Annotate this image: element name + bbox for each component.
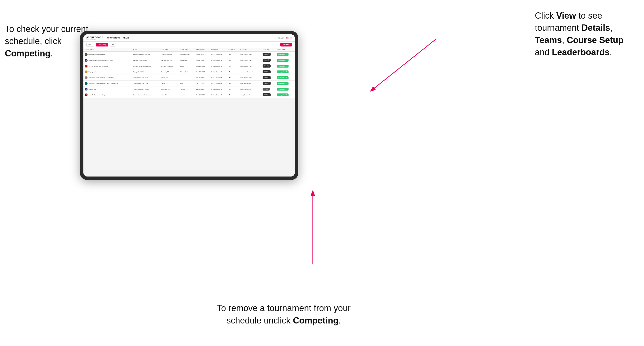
actions-cell: View ⓘ [262, 57, 276, 63]
start-date-cell: Oct 9, 2023 [195, 75, 210, 81]
hosted-by-cell: Hawaii [179, 92, 195, 98]
filter-bar: Ho... Competing All + Create [84, 42, 295, 48]
table-row: J Jackson T. Stephens Cup – Men's Match … [84, 81, 295, 86]
view-button[interactable]: View ⓘ [262, 76, 270, 79]
view-button[interactable]: View ⓘ [262, 64, 270, 68]
competing-badge[interactable]: Competing ✓ [277, 59, 288, 62]
edit-button[interactable]: ✎ Edit [262, 88, 270, 91]
competing-cell: Competing ✓ [276, 63, 295, 69]
division-cell: NCAA Division I [210, 63, 227, 69]
start-date-cell: Sep 4, 2023 [195, 52, 210, 57]
view-button[interactable]: View ⓘ [262, 53, 270, 56]
competing-badge[interactable]: Competing ✓ [277, 70, 288, 73]
city-state-cell: Phoenix, AZ [160, 69, 179, 75]
col-scoring: SCORING [239, 48, 262, 52]
nav-user: Test User [278, 37, 284, 39]
division-cell: NCAA Division I [210, 75, 227, 81]
nav-teams[interactable]: TEAMS [123, 37, 129, 39]
event-name: 2023 Sahalee Players Championship [88, 60, 112, 61]
table-row: J Jackson T. Stephens Cup – Stroke Play … [84, 75, 295, 81]
event-name-cell: J Jackson T. Stephens Cup – Men's Match … [84, 81, 132, 86]
city-state-cell: Olympia Fields, IL [160, 63, 179, 69]
event-name-cell: A Copper Cup [84, 86, 132, 92]
event-name: Jackson T. Stephens Cup – Men's Match Pl… [88, 83, 118, 84]
annotation-right: Click View to see tournament Details, Te… [535, 10, 637, 59]
competing-badge[interactable]: Competing ✓ [277, 65, 288, 68]
competing-cell: Competing ✓ [276, 86, 295, 92]
table-row: I OFCC Fighting Illini Invitational Olym… [84, 63, 295, 69]
table-body: F Folds of Honor Collegiate American Dun… [84, 52, 295, 98]
competing-badge[interactable]: Competing ✓ [277, 82, 288, 85]
event-name-cell: W 2023 Sahalee Players Championship [84, 57, 132, 63]
scoring-cell: team, Stroke Play [239, 52, 262, 57]
table-row: A Copper Cup Ak-Chin Southern DunesMaric… [84, 86, 295, 92]
competing-badge[interactable]: Competing ✓ [277, 88, 288, 91]
scoring-cell: team, Stroke Play [239, 57, 262, 63]
table-row: P Papago Individual Papago Golf ClubPhoe… [84, 69, 295, 75]
tablet-screen: SCOREBOARD Powered by clippi TOURNAMENTS… [84, 34, 295, 176]
city-state-cell: Maricopa, AZ [160, 86, 179, 92]
team-logo: J [84, 76, 88, 79]
hosted-by-cell: ABAC [179, 81, 195, 86]
col-city-state: CITY, STATE [160, 48, 179, 52]
view-button[interactable]: View ⓘ [262, 93, 270, 96]
division-cell: NCAA Division I [210, 81, 227, 86]
annotation-competing-bottom: Competing [293, 316, 338, 326]
actions-cell: View ⓘ [262, 69, 276, 75]
col-event-name: EVENT NAME [84, 48, 132, 52]
view-button[interactable]: View ⓘ [262, 70, 270, 73]
competing-cell: Competing ✓ [276, 52, 295, 57]
scoring-cell: team, Match Play [239, 86, 262, 92]
table-row: F Folds of Honor Collegiate American Dun… [84, 52, 295, 57]
annotation-view-word: View [556, 11, 576, 20]
nav-right: ■ Test User Sign out [275, 37, 292, 39]
team-logo: H [84, 93, 88, 96]
annotation-leaderboards-word: Leaderboards [552, 47, 610, 57]
table-header: EVENT NAME VENUE CITY, STATE HOSTED BY S… [84, 48, 295, 52]
annotation-details-word: Details [582, 23, 610, 33]
col-actions: ACTIONS [262, 48, 276, 52]
competing-badge[interactable]: Competing ✓ [277, 93, 288, 96]
city-state-cell: Dallas, TX [160, 75, 179, 81]
table-row: H John A. Burns Intercollegiate Ocean Co… [84, 92, 295, 98]
create-button[interactable]: + Create [280, 43, 292, 46]
division-cell: NCAA Division I [210, 57, 227, 63]
start-date-cell: Oct 11, 2023 [195, 81, 210, 86]
actions-cell: ✎ Edit [262, 86, 276, 92]
competing-badge[interactable]: Competing ✓ [277, 76, 288, 79]
view-button[interactable]: View ⓘ [262, 59, 270, 62]
nav-signout[interactable]: Sign out [286, 37, 292, 39]
team-logo: W [84, 59, 88, 62]
venue-cell: American Dunes Golf Club [132, 52, 160, 57]
event-name-cell: H John A. Burns Intercollegiate [84, 92, 132, 98]
competing-badge[interactable]: Competing ✓ [277, 53, 288, 56]
hosted-by-cell: Michigan State [179, 52, 195, 57]
venue-cell: Papago Golf Club [132, 69, 160, 75]
competing-cell: Competing ✓ [276, 57, 295, 63]
filter-home-btn[interactable]: Ho... [86, 43, 94, 46]
annotation-bold-competing-left: Competing [5, 48, 50, 58]
annotation-left: To check your current schedule, click Co… [5, 23, 90, 60]
competing-cell: Competing ✓ [276, 69, 295, 75]
division-cell: NCAA Division I [210, 92, 227, 98]
event-name: Jackson T. Stephens Cup – Stroke Play [88, 77, 114, 78]
tournaments-table: EVENT NAME VENUE CITY, STATE HOSTED BY S… [84, 48, 295, 98]
col-gender: GENDER [228, 48, 239, 52]
annotation-coursesetup-word: Course Setup [567, 35, 624, 45]
view-button[interactable]: View ⓘ [262, 82, 270, 85]
city-state-cell: Dallas, TX [160, 81, 179, 86]
hosted-by-cell: Arizona State [179, 69, 195, 75]
gender-cell: Men [228, 57, 239, 63]
filter-competing-btn[interactable]: Competing [96, 43, 108, 46]
scoring-cell: individual, Stroke Play [239, 69, 262, 75]
annotation-bottom: To remove a tournament from your schedul… [199, 302, 368, 327]
filter-all-btn[interactable]: All [110, 43, 116, 46]
city-state-cell: Grand Haven, MI [160, 52, 179, 57]
event-name: Copper Cup [88, 88, 96, 90]
nav-tournaments[interactable]: TOURNAMENTS [107, 37, 120, 39]
col-division: DIVISION [210, 48, 227, 52]
logo-sub: Powered by clippi [86, 38, 103, 40]
actions-cell: View ⓘ [262, 92, 276, 98]
table-row: W 2023 Sahalee Players Championship Saha… [84, 57, 295, 63]
nav-bar: SCOREBOARD Powered by clippi TOURNAMENTS… [84, 34, 295, 42]
